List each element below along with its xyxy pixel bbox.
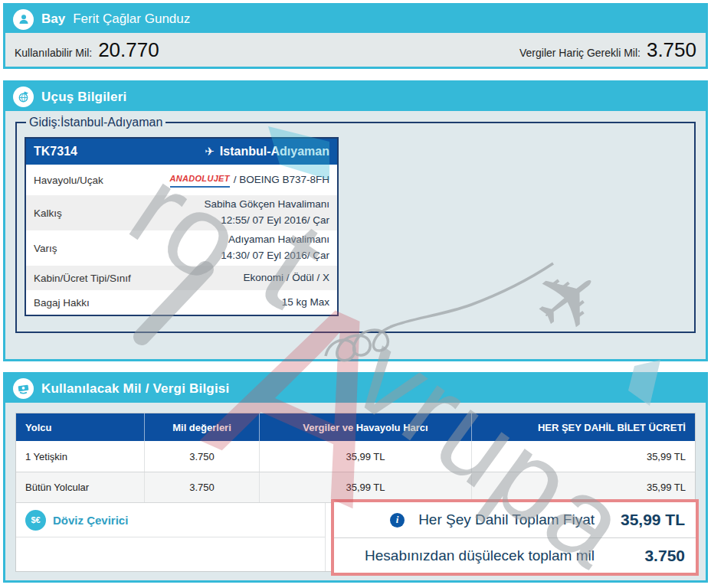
flight-content: Gidiş:İstanbul-Adıyaman TK7314 ✈ Istanbu…: [5, 111, 706, 359]
total-miles-label: Hesabınızdan düşülecek toplam mil: [365, 547, 595, 564]
flight-globe-icon: [13, 87, 34, 107]
anadolujet-logo: ANADOLUJET: [170, 172, 230, 188]
cell-passenger: 1 Yetişkin: [16, 451, 144, 462]
miles-content: Yolcu Mil değerleri Vergiler ve Havayolu…: [5, 403, 706, 580]
col-header-miles: Mil değerleri: [144, 413, 259, 441]
miles-tax-section: Kullanılacak Mil / Vergi Bilgisi Yolcu M…: [3, 372, 708, 583]
row-cabin: Kabin/Ücret Tipi/Sınıf Ekonomi / Ödül / …: [26, 266, 337, 290]
flight-section-title: Uçuş Bilgileri: [41, 90, 126, 105]
total-price-row: i Her Şey Dahil Toplam Fiyat 35,99 TL: [334, 502, 696, 537]
cell-miles: 3.750: [144, 472, 259, 502]
cell-total: 35,99 TL: [471, 472, 695, 502]
flight-info-header: Uçuş Bilgileri: [5, 83, 706, 111]
departure-label: Kalkış: [34, 207, 62, 219]
miles-tax-header: Kullanılacak Mil / Vergi Bilgisi: [5, 374, 706, 403]
member-prefix: Bay: [41, 11, 65, 27]
arrival-airport: Adıyaman Havalimanı: [221, 232, 329, 248]
currency-converter-label: Döviz Çevirici: [53, 514, 128, 527]
flight-info-section: Uçuş Bilgileri Gidiş:İstanbul-Adıyaman T…: [3, 80, 708, 361]
cell-miles: 3.750: [144, 441, 259, 472]
required-miles-value: 3.750: [647, 38, 696, 62]
row-baggage: Bagaj Hakkı 15 kg Max: [26, 290, 337, 315]
table-header-row: Yolcu Mil değerleri Vergiler ve Havayolu…: [16, 413, 695, 441]
col-header-total-fare: HER ŞEY DAHİL BİLET ÜCRETİ: [471, 413, 695, 441]
cell-total: 35,99 TL: [471, 441, 695, 472]
row-departure: Kalkış Sabiha Gökçen Havalimanı 12:55/ 0…: [26, 195, 337, 230]
total-price-label: Her Şey Dahil Toplam Fiyat: [418, 511, 595, 528]
total-miles-row: Hesabınızdan düşülecek toplam mil 3.750: [334, 537, 696, 573]
plane-icon: ✈: [205, 145, 215, 158]
departure-time: 12:55/ 07 Eyl 2016/ Çar: [204, 213, 329, 229]
required-miles-label: Vergiler Hariç Gerekli Mil:: [519, 47, 641, 59]
user-icon: [13, 9, 34, 30]
col-header-passenger: Yolcu: [16, 422, 144, 433]
leg-title: Gidiş:İstanbul-Adıyaman: [26, 116, 165, 129]
currency-exchange-icon: $€: [25, 510, 46, 531]
arrival-time: 14:30/ 07 Eyl 2016/ Çar: [221, 248, 329, 264]
row-arrival: Varış Adıyaman Havalimanı 14:30/ 07 Eyl …: [26, 230, 337, 266]
departure-airport: Sabiha Gökçen Havalimanı: [204, 197, 329, 213]
totals-highlight-box: i Her Şey Dahil Toplam Fiyat 35,99 TL He…: [331, 499, 699, 576]
money-icon: [13, 378, 34, 399]
col-header-taxes: Vergiler ve Havayolu Harcı: [259, 413, 471, 441]
flight-card: TK7314 ✈ Istanbul-Adıyaman Havayolu/Uçak…: [25, 137, 339, 316]
table-bottom-region: $€ Döviz Çevirici i Her Şey Dahil Toplam…: [16, 502, 695, 571]
leg-fieldset: Gidiş:İstanbul-Adıyaman TK7314 ✈ Istanbu…: [15, 116, 696, 333]
table-row: 1 Yetişkin 3.750 35,99 TL 35,99 TL: [16, 441, 695, 472]
currency-converter-link[interactable]: $€ Döviz Çevirici: [16, 503, 325, 537]
empty-cell: [16, 537, 325, 571]
baggage-value: 15 kg Max: [282, 295, 329, 311]
table-row: Bütün Yolcular 3.750 35,99 TL 35,99 TL: [16, 472, 695, 502]
available-miles-label: Kullanılabilir Mil:: [15, 47, 92, 59]
total-price-value: 35,99 TL: [614, 511, 685, 529]
flight-number: TK7314: [34, 145, 77, 158]
page: Bay Ferit Çağlar Gunduz Kullanılabilir M…: [0, 0, 711, 588]
miles-summary-bar: Kullanılabilir Mil: 20.770 Vergiler Hari…: [5, 33, 706, 67]
baggage-label: Bagaj Hakkı: [34, 297, 90, 309]
miles-table: Yolcu Mil değerleri Vergiler ve Havayolu…: [15, 413, 696, 572]
total-miles-value: 3.750: [614, 547, 685, 565]
cabin-value: Ekonomi / Ödül / X: [243, 270, 329, 286]
cell-taxes: 35,99 TL: [259, 441, 471, 472]
flight-card-header: TK7314 ✈ Istanbul-Adıyaman: [26, 139, 337, 165]
member-header: Bay Ferit Çağlar Gunduz: [5, 5, 706, 33]
member-name: Ferit Çağlar Gunduz: [73, 11, 190, 27]
airline-label: Havayolu/Uçak: [34, 175, 103, 186]
cabin-label: Kabin/Ücret Tipi/Sınıf: [34, 273, 131, 284]
row-airline-aircraft: Havayolu/Uçak ANADOLUJET / BOEING B737-8…: [26, 165, 337, 195]
flight-route: Istanbul-Adıyaman: [220, 145, 329, 158]
aircraft-value: / BOEING B737-8FH: [234, 172, 329, 188]
cell-taxes: 35,99 TL: [259, 472, 471, 502]
miles-tax-title: Kullanılacak Mil / Vergi Bilgisi: [41, 381, 229, 397]
arrival-label: Varış: [34, 243, 57, 254]
available-miles-value: 20.770: [98, 38, 159, 62]
info-icon[interactable]: i: [390, 513, 405, 528]
cell-passenger: Bütün Yolcular: [16, 482, 144, 493]
member-section: Bay Ferit Çağlar Gunduz Kullanılabilir M…: [3, 3, 708, 69]
